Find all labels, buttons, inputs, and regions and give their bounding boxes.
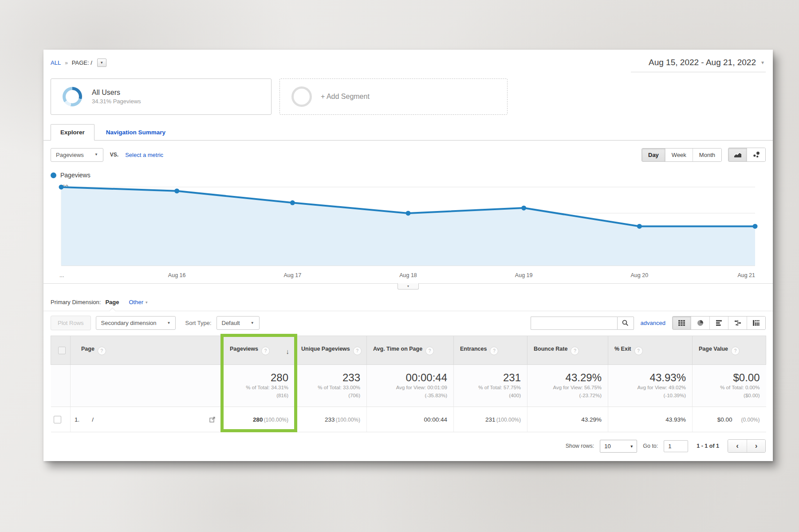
plot-rows-button[interactable]: Plot Rows [51,316,91,330]
select-a-metric-link[interactable]: Select a metric [125,152,163,158]
chevron-down-icon: ▾ [761,59,764,66]
secondary-dimension-label: Secondary dimension [101,320,157,326]
dimension-other-link[interactable]: Other [129,299,144,305]
granularity-week-button[interactable]: Week [665,149,693,161]
primary-dimension-row: Primary Dimension: Page Other ▾ [51,299,766,305]
header-page[interactable]: Page? [71,336,224,365]
checkbox[interactable] [58,347,66,354]
chevron-down-icon: ▼ [251,321,254,325]
show-rows-select[interactable]: 10 ▾ [600,440,637,453]
metric-select-value: Pageviews [56,152,84,158]
performance-view-button[interactable] [709,317,728,329]
motion-chart-icon [753,151,760,158]
svg-text:Aug 21: Aug 21 [737,272,755,278]
comparison-view-button[interactable] [728,317,747,329]
chevron-down-icon: ▼ [167,321,171,325]
show-rows-label: Show rows: [566,443,594,449]
help-icon[interactable]: ? [425,347,434,355]
add-segment-button[interactable]: + Add Segment [279,78,508,115]
line-chart-view-button[interactable] [728,148,747,161]
date-range-label: Aug 15, 2022 - Aug 21, 2022 [649,58,756,67]
chevron-down-icon: ▾ [630,444,633,449]
breadcrumb-page-label: PAGE: / [72,59,92,66]
chart-legend: Pageviews [51,172,766,179]
report-table: Page? ↓ Pageviews? Unique Pageviews? Avg… [51,336,766,432]
motion-chart-view-button[interactable] [747,148,765,161]
svg-text:Aug 19: Aug 19 [515,272,533,278]
header-checkbox-cell[interactable] [51,336,71,365]
open-in-new-icon[interactable] [209,417,215,422]
help-icon[interactable]: ? [490,347,498,355]
secondary-dimension-dropdown[interactable]: Secondary dimension ▼ [96,316,176,330]
table-view-button[interactable] [673,317,691,329]
row-avg-time: 00:00:44 [367,407,454,432]
breadcrumb-all-link[interactable]: ALL [51,59,61,66]
advanced-search-link[interactable]: advanced [641,320,665,326]
header-page-value[interactable]: Page Value? [693,336,766,365]
segment-all-users[interactable]: All Users 34.31% Pageviews [51,78,272,115]
table-grid-icon [678,320,685,326]
series-dot-icon [51,172,56,178]
summary-pageviews: 280 % of Total: 34.31% (816) [224,365,295,407]
summary-empty-cell [51,365,71,407]
pivot-view-button[interactable] [747,317,765,329]
help-icon[interactable]: ? [353,347,362,355]
header-exit[interactable]: % Exit? [608,336,693,365]
pagination: ‹ › [728,439,766,453]
goto-page-input[interactable] [664,440,688,452]
pageviews-trend-chart[interactable]: 204060...Aug 16Aug 17Aug 18Aug 19Aug 20A… [51,181,766,283]
row-page-value: $0.00(0.00%) [693,407,766,432]
help-icon[interactable]: ? [98,347,106,355]
table-view-group [672,316,766,330]
summary-entrances: 231 % of Total: 57.75% (400) [454,365,527,407]
primary-dimension-label: Primary Dimension: [51,299,101,305]
header-unique-pageviews[interactable]: Unique Pageviews? [295,336,367,365]
date-range-selector[interactable]: Aug 15, 2022 - Aug 21, 2022 ▾ [631,57,766,72]
pie-chart-icon [697,320,704,326]
svg-text:Aug 16: Aug 16 [168,272,186,278]
table-toolbar: Plot Rows Secondary dimension ▼ Sort Typ… [43,311,773,330]
summary-bounce-rate: 43.29% Avg for View: 56.75% (-23.72%) [527,365,608,407]
page-link[interactable]: / [92,416,94,423]
help-icon[interactable]: ? [571,347,579,355]
summary-unique-pageviews: 233 % of Total: 33.00% (706) [295,365,367,407]
help-icon[interactable]: ? [634,347,643,355]
svg-text:Aug 17: Aug 17 [284,272,302,278]
checkbox[interactable] [54,416,61,423]
top-bar: ALL » PAGE: / ▼ Aug 15, 2022 - Aug 21, 2… [51,57,766,72]
table-row: 1. / 280(100.00 [51,407,766,432]
chart-type-group [728,148,766,162]
next-page-button[interactable]: › [747,440,765,452]
granularity-group: Day Week Month [642,148,722,162]
metric-select-dropdown[interactable]: Pageviews ▼ [51,148,103,162]
header-bounce-rate[interactable]: Bounce Rate? [527,336,608,365]
help-icon[interactable]: ? [731,347,740,355]
help-icon[interactable]: ? [261,347,270,355]
segment-subtitle: 34.31% Pageviews [92,98,141,105]
sort-type-dropdown[interactable]: Default ▼ [216,316,260,330]
search-button[interactable] [617,317,634,330]
dimension-page-selected[interactable]: Page [105,299,119,305]
breadcrumb-dropdown-button[interactable]: ▼ [97,59,106,67]
search-input[interactable] [531,317,617,330]
header-avg-time[interactable]: Avg. Time on Page? [367,336,454,365]
analytics-report-panel: ALL » PAGE: / ▼ Aug 15, 2022 - Aug 21, 2… [43,50,773,461]
segments-row: All Users 34.31% Pageviews + Add Segment [51,78,766,115]
granularity-month-button[interactable]: Month [693,149,721,161]
chart-collapse-button[interactable]: ▼ [398,283,419,289]
header-entrances[interactable]: Entrances? [454,336,527,365]
chevron-down-icon: ▼ [94,153,98,156]
percentage-view-button[interactable] [691,317,709,329]
header-pageviews[interactable]: ↓ Pageviews? [224,336,295,365]
row-unique-pageviews: 233(100.00%) [295,407,367,432]
chart-divider: ▼ [43,283,773,291]
tab-navigation-summary[interactable]: Navigation Summary [94,125,177,140]
tab-explorer[interactable]: Explorer [51,124,94,141]
previous-page-button[interactable]: ‹ [728,440,747,452]
segment-donut-icon [63,87,82,106]
row-checkbox-cell[interactable] [51,407,71,432]
row-range-label: 1 - 1 of 1 [697,443,719,449]
summary-avg-time: 00:00:44 Avg for View: 00:01:09 (-35.83%… [367,365,454,407]
granularity-day-button[interactable]: Day [642,149,665,161]
breadcrumb-separator: » [65,60,68,66]
